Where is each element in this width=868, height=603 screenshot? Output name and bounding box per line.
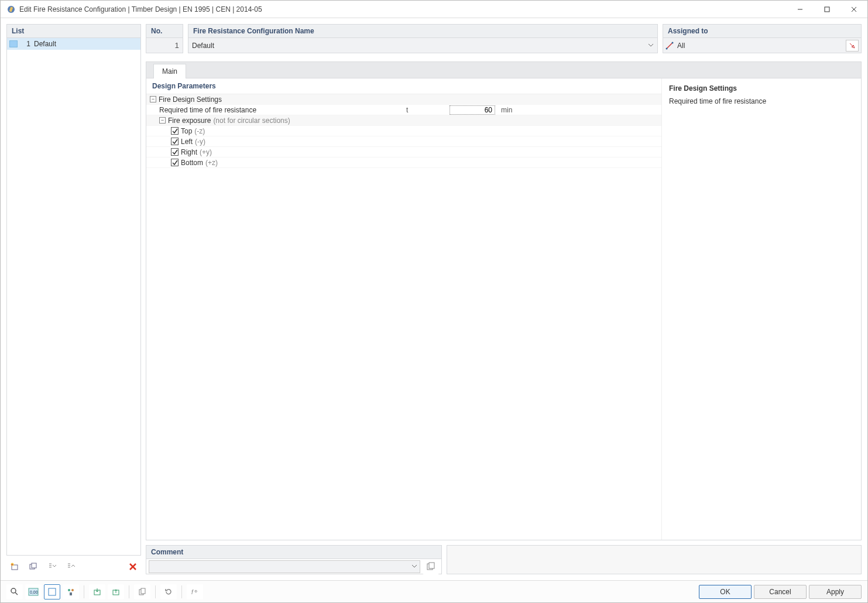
- svg-point-18: [11, 588, 16, 593]
- comment-row: Comment: [146, 545, 862, 574]
- svg-point-15: [672, 42, 674, 43]
- search-button[interactable]: [6, 584, 23, 599]
- sidebar-toolbar: ✦: [6, 556, 141, 574]
- collapse-all-button[interactable]: [63, 559, 79, 574]
- info-column: Fire Design Settings Required time of fi…: [662, 78, 861, 540]
- window-title: Edit Fire Resistance Configuration | Tim…: [19, 5, 787, 13]
- tree-label: Fire Design Settings: [159, 95, 222, 104]
- svg-line-13: [667, 43, 673, 49]
- list-item[interactable]: 1 Default: [7, 38, 140, 50]
- content-area: List 1 Default ✦: [1, 18, 867, 580]
- units-button[interactable]: 0,00: [25, 584, 42, 599]
- tree-row-req-time[interactable]: Required time of fire resistance t min: [146, 105, 661, 115]
- tab-main[interactable]: Main: [153, 64, 186, 78]
- info-title: Fire Design Settings: [669, 84, 854, 92]
- checkbox-right[interactable]: [171, 148, 179, 156]
- info-text: Required time of fire resistance: [669, 97, 854, 105]
- minimize-button[interactable]: [787, 1, 814, 18]
- maximize-button[interactable]: [814, 1, 840, 18]
- ok-button[interactable]: OK: [699, 585, 752, 599]
- delete-button[interactable]: [125, 559, 141, 574]
- tree-row-top[interactable]: Top (-z): [146, 126, 661, 136]
- tree-label-paren: (-z): [194, 127, 205, 135]
- svg-rect-17: [429, 563, 434, 568]
- tree-label: Right: [181, 148, 197, 156]
- svg-text:⚙: ⚙: [194, 590, 197, 593]
- color-swatch-icon: [9, 40, 18, 47]
- window-controls: [787, 1, 867, 18]
- comment-select[interactable]: [149, 560, 420, 573]
- filter-button[interactable]: [63, 584, 79, 599]
- tree-node-fire-design[interactable]: − Fire Design Settings: [146, 94, 661, 105]
- name-select[interactable]: Default: [188, 38, 658, 53]
- params-tree: − Fire Design Settings Required time of …: [146, 94, 661, 540]
- top-row: No. Fire Resistance Configuration Name D…: [146, 24, 862, 53]
- no-input[interactable]: [146, 38, 183, 53]
- tree-row-right[interactable]: Right (+y): [146, 147, 661, 157]
- assigned-value: All: [677, 42, 685, 50]
- tree-row-bottom[interactable]: Bottom (+z): [146, 157, 661, 168]
- duplicate-button[interactable]: [25, 559, 42, 574]
- req-time-input[interactable]: [450, 105, 495, 115]
- checkbox-left[interactable]: [171, 138, 179, 145]
- svg-point-14: [666, 47, 668, 49]
- svg-text:f: f: [191, 589, 194, 595]
- checkbox-top[interactable]: [171, 127, 179, 135]
- tree-label: Bottom: [181, 159, 203, 167]
- tree-label: Required time of fire resistance: [159, 106, 256, 114]
- expander-icon[interactable]: −: [159, 117, 166, 124]
- assigned-panel: Assigned to All: [663, 24, 862, 53]
- expand-all-button[interactable]: [44, 559, 60, 574]
- comment-header: Comment: [146, 545, 442, 559]
- pick-members-button[interactable]: [846, 40, 859, 52]
- tree-node-fire-exposure[interactable]: − Fire exposure (not for circular sectio…: [146, 115, 661, 126]
- reset-button[interactable]: [160, 584, 177, 599]
- preview-box: [447, 545, 862, 574]
- sidebar: List 1 Default ✦: [6, 24, 141, 574]
- import-button[interactable]: [89, 584, 105, 599]
- tree-label: Left: [181, 138, 193, 146]
- list-item-num: 1: [21, 40, 30, 48]
- comment-box: Comment: [146, 545, 442, 574]
- tree-label: Top: [181, 127, 192, 135]
- app-icon: [6, 5, 16, 14]
- comment-library-button[interactable]: [423, 559, 439, 574]
- cancel-button[interactable]: Cancel: [754, 585, 807, 599]
- copy-button[interactable]: [134, 584, 150, 599]
- svg-rect-29: [141, 588, 145, 594]
- apply-button[interactable]: Apply: [809, 585, 862, 599]
- list-body: 1 Default: [6, 38, 141, 556]
- no-header: No.: [146, 24, 183, 38]
- export-button[interactable]: [108, 584, 124, 599]
- expander-icon[interactable]: −: [150, 96, 156, 102]
- tree-row-left[interactable]: Left (-y): [146, 136, 661, 147]
- list-header: List: [6, 24, 141, 38]
- titlebar: Edit Fire Resistance Configuration | Tim…: [1, 1, 867, 18]
- display-button[interactable]: [44, 584, 60, 599]
- req-time-symbol: t: [404, 106, 448, 114]
- comment-body: [146, 559, 442, 574]
- tab-strip: Main: [146, 61, 862, 78]
- name-value: Default: [192, 42, 214, 50]
- tree-label-paren: (+z): [205, 159, 218, 167]
- chevron-down-icon: [648, 42, 654, 48]
- svg-line-19: [15, 592, 18, 595]
- design-parameters-header: Design Parameters: [146, 78, 661, 94]
- assigned-body: All: [663, 38, 862, 53]
- svg-point-23: [68, 589, 70, 591]
- function-button[interactable]: f⚙: [187, 584, 203, 599]
- name-header: Fire Resistance Configuration Name: [188, 24, 658, 38]
- main-panel: Design Parameters − Fire Design Settings: [146, 78, 862, 540]
- checkbox-bottom[interactable]: [171, 159, 179, 166]
- tree-label: Fire exposure: [168, 117, 211, 125]
- svg-text:0,00: 0,00: [30, 590, 38, 594]
- svg-rect-3: [825, 7, 829, 12]
- tree-label-paren: (-y): [195, 138, 205, 146]
- chevron-down-icon: [411, 563, 417, 569]
- params-col: Design Parameters − Fire Design Settings: [146, 78, 662, 540]
- new-item-button[interactable]: ✦: [6, 559, 23, 574]
- req-time-unit: min: [498, 106, 521, 114]
- members-icon: [665, 42, 674, 50]
- dialog-window: Edit Fire Resistance Configuration | Tim…: [0, 0, 868, 603]
- close-button[interactable]: [840, 1, 867, 18]
